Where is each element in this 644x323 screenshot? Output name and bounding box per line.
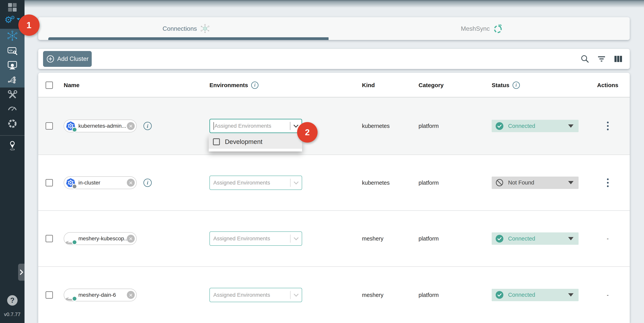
environments-select[interactable]: Assigned Environments (210, 119, 302, 133)
row-checkbox[interactable] (46, 122, 53, 130)
filter-icon[interactable] (597, 54, 606, 64)
table-row: meshery-dain-6 × Assigned Environments m… (38, 267, 630, 323)
tab-meshsync[interactable]: MeshSync (334, 17, 630, 40)
connection-name-chip[interactable]: meshery-kubescop... × (64, 232, 137, 245)
select-chevron-icon[interactable] (290, 238, 302, 239)
tree-icon (7, 75, 17, 85)
category-value: platform (418, 179, 439, 186)
table-toolbar: Add Cluster (38, 49, 630, 69)
connection-name-chip[interactable]: in-cluster × (64, 176, 137, 189)
connection-status-dot (72, 240, 76, 244)
row-actions-menu[interactable] (604, 121, 612, 132)
status-dropdown[interactable]: Connected (492, 120, 578, 132)
connection-info-icon[interactable]: i (144, 122, 152, 130)
sidebar-expand-button[interactable] (18, 264, 24, 281)
annotation-badge-1: 1 (18, 15, 40, 36)
connected-check-icon (496, 291, 504, 299)
status-caret-icon (568, 237, 574, 240)
active-tab-indicator (48, 37, 328, 40)
status-dropdown[interactable]: Not Found (492, 177, 578, 189)
row-checkbox[interactable] (46, 235, 53, 242)
column-header-status[interactable]: Status i (492, 73, 520, 97)
connected-check-icon (496, 235, 504, 243)
column-header-kind[interactable]: Kind (362, 73, 375, 97)
connected-check-icon (496, 122, 504, 130)
table-row: in-cluster × i Assigned Environments kub… (38, 155, 630, 211)
sidebar-item-workloads[interactable] (0, 73, 24, 88)
help-button[interactable]: ? (7, 295, 18, 306)
kind-value: kubernetes (362, 123, 390, 129)
row-actions-empty: - (607, 235, 609, 242)
add-cluster-button[interactable]: Add Cluster (43, 51, 92, 67)
select-all-checkbox[interactable] (46, 82, 53, 89)
status-caret-icon (568, 181, 574, 184)
connections-tab-icon (200, 24, 210, 33)
select-chevron-icon[interactable] (290, 294, 302, 296)
sidebar: ⚙ ⚙ <> (0, 0, 24, 323)
row-checkbox[interactable] (46, 179, 53, 186)
environments-placeholder: Assigned Environments (213, 292, 270, 298)
status-info-icon[interactable]: i (512, 82, 520, 89)
status-label: Connected (508, 123, 535, 129)
status-dropdown[interactable]: Connected (492, 232, 578, 245)
text-cursor (214, 122, 214, 130)
environments-select[interactable]: Assigned Environments (210, 231, 302, 246)
delete-connection-icon[interactable]: × (127, 291, 135, 299)
kind-value: meshery (362, 235, 384, 242)
column-header-actions: Actions (592, 73, 623, 97)
column-header-environments[interactable]: Environments i (210, 73, 258, 97)
table-row: meshery-kubescop... × Assigned Environme… (38, 211, 630, 267)
column-header-category[interactable]: Category (418, 73, 444, 97)
connections-table: Name Environments i Kind Category Status… (38, 73, 630, 323)
connection-name: kubernetes-admin... (78, 123, 127, 129)
environments-select[interactable]: Assigned Environments (210, 176, 302, 190)
delete-connection-icon[interactable]: × (127, 235, 135, 243)
sidebar-item-adapters[interactable]: <> (0, 44, 24, 58)
tab-connections[interactable]: Connections (38, 17, 334, 40)
dashboard-icon (8, 3, 16, 12)
plus-circle-icon (46, 55, 54, 63)
connection-name-chip[interactable]: meshery-dain-6 × (64, 289, 137, 301)
status-dropdown[interactable]: Connected (492, 289, 578, 301)
environment-option-development[interactable]: Development (209, 135, 302, 149)
sidebar-item-get-started[interactable] (0, 138, 24, 153)
sidebar-item-extensions[interactable] (0, 116, 24, 131)
connection-status-dot (72, 128, 76, 132)
search-icon[interactable] (580, 54, 590, 64)
delete-connection-icon[interactable]: × (127, 122, 135, 130)
environments-select[interactable]: Assigned Environments (210, 288, 302, 302)
tab-meshsync-label: MeshSync (461, 25, 490, 32)
screen-person-icon (7, 60, 18, 71)
location-pin-icon (7, 140, 17, 151)
connection-name-chip[interactable]: kubernetes-admin... × (64, 120, 137, 132)
category-value: platform (418, 292, 439, 298)
connections-icon (7, 31, 17, 41)
category-value: platform (418, 235, 439, 242)
sidebar-item-remote-session[interactable] (0, 58, 24, 73)
connection-info-icon[interactable]: i (144, 178, 152, 187)
select-chevron-icon[interactable] (290, 182, 302, 184)
connection-name: meshery-kubescop... (78, 235, 127, 242)
not-found-icon (496, 179, 504, 187)
annotation-badge-2: 2 (297, 122, 318, 143)
row-checkbox[interactable] (46, 291, 53, 299)
add-cluster-label: Add Cluster (57, 56, 88, 62)
svg-text:<>: <> (9, 49, 12, 52)
sidebar-item-performance[interactable] (0, 101, 24, 115)
kind-value: meshery (362, 292, 384, 298)
environments-info-icon[interactable]: i (251, 82, 258, 89)
environments-placeholder: Assigned Environments (214, 123, 271, 129)
option-checkbox[interactable] (213, 138, 220, 145)
column-header-name[interactable]: Name (64, 73, 80, 97)
delete-connection-icon[interactable]: × (127, 179, 135, 187)
view-columns-icon[interactable] (614, 54, 623, 64)
environments-placeholder: Assigned Environments (213, 180, 270, 186)
row-actions-menu[interactable] (604, 177, 612, 188)
connection-status-dot (72, 297, 76, 300)
kind-value: kubernetes (362, 179, 390, 186)
row-actions-empty: - (607, 292, 609, 298)
code-wrench-icon: <> (7, 46, 18, 56)
sidebar-item-configuration[interactable] (0, 87, 24, 102)
connection-status-dot (72, 184, 76, 188)
meshsync-tab-icon (493, 24, 503, 34)
